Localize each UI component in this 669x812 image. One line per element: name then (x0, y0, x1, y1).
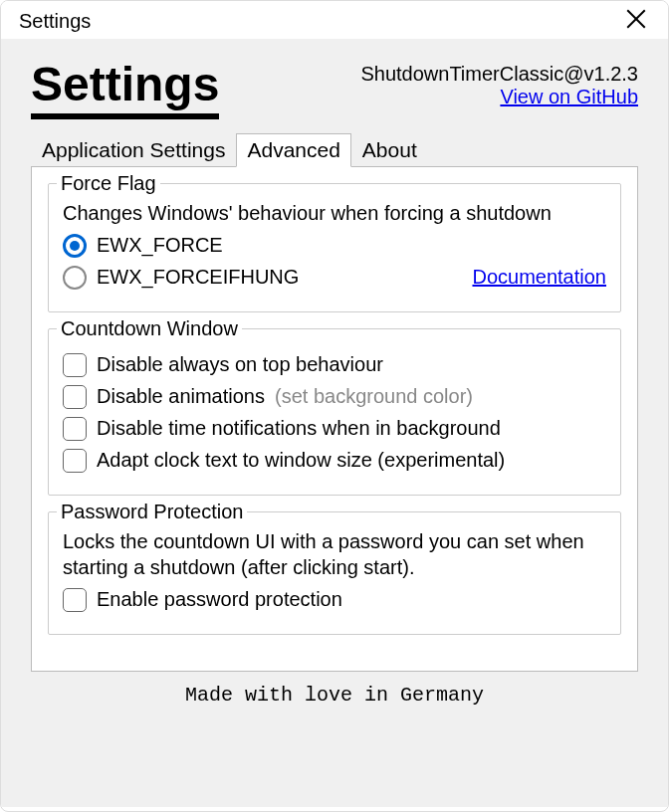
checkbox-enable-password-label: Enable password protection (97, 588, 342, 611)
documentation-link[interactable]: Documentation (472, 266, 606, 289)
group-countdown-window: Countdown Window Disable always on top b… (48, 328, 621, 496)
content-area: Settings ShutdownTimerClassic@v1.2.3 Vie… (1, 39, 668, 807)
checkbox-disable-notifications-label: Disable time notifications when in backg… (97, 417, 501, 440)
header-row: Settings ShutdownTimerClassic@v1.2.3 Vie… (31, 59, 638, 119)
radio-ewx-force[interactable] (63, 234, 87, 258)
force-flag-description: Changes Windows' behaviour when forcing … (63, 200, 606, 226)
tab-advanced[interactable]: Advanced (236, 133, 350, 167)
checkbox-disable-animations-label: Disable animations (97, 385, 265, 408)
page-title: Settings (31, 59, 219, 119)
radio-ewx-forceifhung[interactable] (63, 266, 87, 290)
app-version-label: ShutdownTimerClassic@v1.2.3 (360, 63, 638, 86)
tab-about[interactable]: About (351, 133, 428, 167)
password-description: Locks the countdown UI with a password y… (63, 528, 606, 580)
group-force-flag-title: Force Flag (57, 172, 160, 195)
window-title: Settings (19, 10, 91, 33)
checkbox-adapt-clock[interactable] (63, 449, 87, 473)
checkbox-enable-password[interactable] (63, 588, 87, 612)
checkbox-disable-on-top[interactable] (63, 353, 87, 377)
checkbox-disable-on-top-label: Disable always on top behaviour (97, 353, 383, 376)
checkbox-disable-animations[interactable] (63, 385, 87, 409)
radio-ewx-force-label: EWX_FORCE (97, 234, 223, 257)
check-row-disable-notifications: Disable time notifications when in backg… (63, 417, 606, 441)
github-link[interactable]: View on GitHub (500, 86, 638, 107)
titlebar: Settings (1, 1, 668, 39)
check-row-enable-password: Enable password protection (63, 588, 606, 612)
radio-row-ewx-force: EWX_FORCE (63, 234, 606, 258)
group-countdown-title: Countdown Window (57, 317, 242, 340)
checkbox-disable-notifications[interactable] (63, 417, 87, 441)
checkbox-adapt-clock-label: Adapt clock text to window size (experim… (97, 449, 505, 472)
check-row-disable-on-top: Disable always on top behaviour (63, 353, 606, 377)
radio-row-ewx-forceifhung: EWX_FORCEIFHUNG Documentation (63, 266, 606, 290)
app-info: ShutdownTimerClassic@v1.2.3 View on GitH… (360, 59, 638, 108)
tab-application-settings[interactable]: Application Settings (31, 133, 236, 167)
tab-strip: Application Settings Advanced About (31, 133, 638, 167)
check-row-adapt-clock: Adapt clock text to window size (experim… (63, 449, 606, 473)
check-row-disable-animations: Disable animations (set background color… (63, 385, 606, 409)
group-password-protection: Password Protection Locks the countdown … (48, 511, 621, 635)
disable-animations-hint: (set background color) (275, 385, 473, 408)
footer-text: Made with love in Germany (31, 684, 638, 707)
radio-ewx-forceifhung-label: EWX_FORCEIFHUNG (97, 266, 299, 289)
group-password-title: Password Protection (57, 501, 247, 523)
tab-body-advanced: Force Flag Changes Windows' behaviour wh… (31, 166, 638, 672)
close-icon[interactable] (620, 7, 652, 35)
group-force-flag: Force Flag Changes Windows' behaviour wh… (48, 183, 621, 312)
